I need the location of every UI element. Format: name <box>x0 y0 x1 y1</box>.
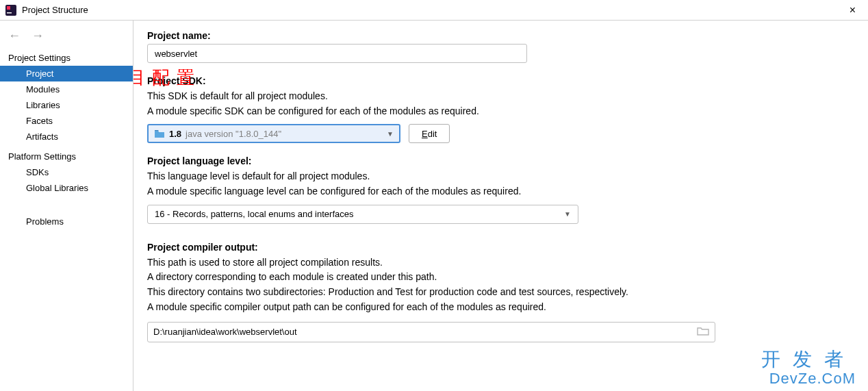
sidebar-item-label: SDKs <box>26 167 49 177</box>
sdk-value-secondary: java version "1.8.0_144" <box>186 129 281 139</box>
title-bar: Project Structure × <box>0 0 868 21</box>
watermark: 开发者 DevZe.CoM <box>761 349 856 387</box>
language-level-dropdown[interactable]: 16 - Records, patterns, local enums and … <box>147 205 578 224</box>
lang-desc-line: This language level is default for all p… <box>147 169 854 184</box>
forward-icon[interactable]: → <box>31 29 44 43</box>
sidebar-item-problems[interactable]: Problems <box>0 214 133 229</box>
sidebar-item-label: Artifacts <box>26 131 58 142</box>
nav-arrows: ← → <box>0 26 133 50</box>
sidebar: ← → Project Settings Project Modules Lib… <box>0 21 133 391</box>
chevron-down-icon: ▼ <box>564 210 571 218</box>
out-desc-line: A module specific compiler output path c… <box>147 300 854 315</box>
window-title: Project Structure <box>22 5 88 15</box>
compiler-output-input[interactable]: D:\ruanjian\idea\work\webservlet\out <box>147 322 715 342</box>
out-desc-line: A directory corresponding to each module… <box>147 270 854 285</box>
svg-rect-1 <box>7 6 10 10</box>
sdk-desc-line: This SDK is default for all project modu… <box>147 89 854 104</box>
compiler-output-label: Project compiler output: <box>147 242 854 253</box>
language-level-label: Project language level: <box>147 155 854 166</box>
out-desc-line: This directory contains two subdirectori… <box>147 285 854 300</box>
sidebar-item-facets[interactable]: Facets <box>0 113 133 129</box>
sidebar-item-project[interactable]: Project <box>0 66 133 81</box>
section-project-settings: Project Settings <box>0 50 133 66</box>
svg-rect-2 <box>7 12 12 14</box>
sidebar-item-label: Libraries <box>26 100 60 110</box>
sidebar-item-artifacts[interactable]: Artifacts <box>0 129 133 144</box>
folder-icon <box>154 129 165 138</box>
sidebar-item-modules[interactable]: Modules <box>0 81 133 97</box>
chevron-down-icon: ▼ <box>387 130 394 138</box>
back-icon[interactable]: ← <box>8 29 21 43</box>
edit-button[interactable]: Edit <box>409 124 450 143</box>
language-level-value: 16 - Records, patterns, local enums and … <box>155 209 353 219</box>
project-name-label: Project name: <box>147 30 854 41</box>
project-name-input[interactable] <box>147 44 527 63</box>
sdk-desc-line: A module specific SDK can be configured … <box>147 104 854 119</box>
close-icon[interactable]: × <box>843 4 863 16</box>
sidebar-item-label: Global Libraries <box>26 183 88 193</box>
sidebar-item-label: Project <box>26 68 53 79</box>
sdk-value-primary: 1.8 <box>169 129 181 139</box>
sdk-dropdown[interactable]: 1.8 java version "1.8.0_144" ▼ <box>147 124 400 143</box>
watermark-en: DevZe.CoM <box>761 370 856 387</box>
sidebar-item-label: Modules <box>26 84 60 94</box>
project-sdk-label: Project SDK: <box>147 75 854 86</box>
sidebar-item-global-libraries[interactable]: Global Libraries <box>0 180 133 196</box>
content-panel: 项目配置 Project name: Project SDK: This SDK… <box>133 21 868 391</box>
sidebar-item-label: Facets <box>26 116 53 126</box>
browse-folder-icon[interactable] <box>697 326 709 338</box>
sidebar-item-libraries[interactable]: Libraries <box>0 97 133 113</box>
lang-desc-line: A module specific language level can be … <box>147 184 854 199</box>
watermark-cn: 开发者 <box>761 349 856 370</box>
out-desc-line: This path is used to store all project c… <box>147 255 854 270</box>
sidebar-item-sdks[interactable]: SDKs <box>0 164 133 180</box>
section-platform-settings: Platform Settings <box>0 149 133 164</box>
compiler-output-value: D:\ruanjian\idea\work\webservlet\out <box>153 327 697 337</box>
app-icon <box>5 5 16 16</box>
sidebar-item-label: Problems <box>26 216 64 227</box>
